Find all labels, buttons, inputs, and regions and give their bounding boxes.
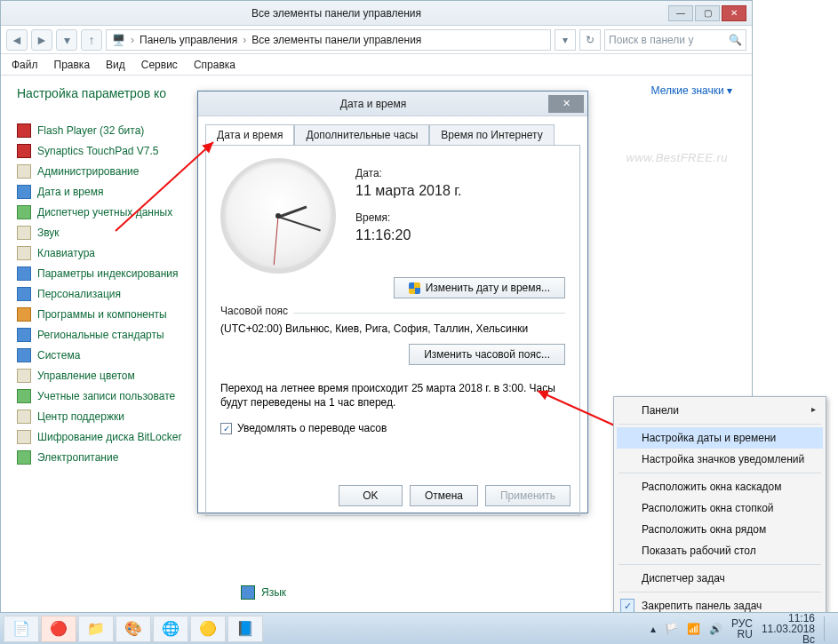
ctx-side[interactable]: Расположить окна рядом xyxy=(617,519,823,540)
ctx-stack[interactable]: Расположить окна стопкой xyxy=(617,497,823,519)
cp-item-users[interactable]: Учетные записи пользовате xyxy=(17,389,204,403)
cp-item-programs[interactable]: Программы и компоненты xyxy=(17,307,204,322)
search-input[interactable]: Поиск в панели у 🔍 xyxy=(604,29,746,51)
cp-item-synaptics[interactable]: Synaptics TouchPad V7.5 xyxy=(17,144,204,158)
minimize-button[interactable]: — xyxy=(668,5,693,21)
taskbar-pinned: 📄 🔴 📁 🎨 🌐 🟡 📘 xyxy=(0,616,263,642)
timezone-value: (UTC+02:00) Вильнюс, Киев, Рига, София, … xyxy=(220,322,565,335)
taskbar-icon-app6[interactable]: 🟡 xyxy=(190,616,226,642)
flag-icon xyxy=(17,409,31,424)
cp-item-language[interactable]: Язык xyxy=(241,585,286,600)
forward-button[interactable]: ► xyxy=(31,29,52,51)
menu-view[interactable]: Вид xyxy=(106,59,125,71)
power-icon xyxy=(17,450,31,465)
taskbar-icon-app5[interactable]: 🌐 xyxy=(153,616,188,642)
tab-extra-clocks[interactable]: Дополнительные часы xyxy=(294,124,429,146)
lock-icon xyxy=(17,430,31,444)
menu-file[interactable]: Файл xyxy=(12,59,38,71)
cp-item-bitlocker[interactable]: Шифрование диска BitLocker xyxy=(17,430,204,444)
flash-icon xyxy=(17,123,31,138)
dst-info: Переход на летнее время происходит 25 ма… xyxy=(220,381,565,409)
dt-close-button[interactable]: ✕ xyxy=(548,95,584,113)
change-datetime-button[interactable]: Изменить дату и время... xyxy=(394,277,565,298)
menu-edit[interactable]: Правка xyxy=(54,59,91,71)
close-button[interactable]: ✕ xyxy=(722,5,746,21)
ctx-datetime[interactable]: Настройка даты и времени xyxy=(617,427,823,449)
cp-item-datetime[interactable]: Дата и время xyxy=(17,185,204,199)
keyboard-icon xyxy=(17,246,31,260)
change-timezone-button[interactable]: Изменить часовой пояс... xyxy=(409,344,565,365)
taskbar-icon-app1[interactable]: 📄 xyxy=(4,616,39,642)
address-bar[interactable]: 🖥️ › Панель управления › Все элементы па… xyxy=(106,29,551,51)
tab-internet-time[interactable]: Время по Интернету xyxy=(429,124,554,146)
cp-item-keyboard[interactable]: Клавиатура xyxy=(17,246,204,260)
language-icon xyxy=(241,585,255,600)
address-bar-row: ◄ ► ▾ ↑ 🖥️ › Панель управления › Все эле… xyxy=(1,26,752,54)
system-icon xyxy=(17,348,31,362)
ctx-separator xyxy=(619,424,821,425)
cp-item-credential[interactable]: Диспетчер учетных данных xyxy=(17,205,204,219)
users-icon xyxy=(17,389,31,403)
back-button[interactable]: ◄ xyxy=(6,29,28,51)
taskbar-icon-paint[interactable]: 🎨 xyxy=(116,616,151,642)
breadcrumb-item[interactable]: Все элементы панели управления xyxy=(251,34,421,46)
dt-titlebar[interactable]: Дата и время ✕ xyxy=(198,91,587,116)
cp-titlebar[interactable]: Все элементы панели управления — ▢ ✕ xyxy=(1,1,752,26)
notify-dst-checkbox[interactable]: ✓ Уведомлять о переводе часов xyxy=(220,422,387,434)
refresh-button[interactable]: ↻ xyxy=(579,29,601,51)
tray-action-center-icon[interactable]: 🏳️ xyxy=(665,623,678,635)
breadcrumb-item[interactable]: Панель управления xyxy=(140,34,237,46)
tray-language[interactable]: РУС RU xyxy=(731,618,753,640)
ctx-panels[interactable]: Панели xyxy=(617,400,823,421)
cp-item-sound[interactable]: Звук xyxy=(17,226,204,240)
taskbar-icon-explorer[interactable]: 📁 xyxy=(78,616,114,642)
cp-item-power[interactable]: Электропитание xyxy=(17,450,204,465)
globe-icon xyxy=(17,328,31,342)
speaker-icon xyxy=(17,226,31,240)
breadcrumb-separator: › xyxy=(131,34,134,46)
menu-help[interactable]: Справка xyxy=(194,59,235,71)
cancel-button[interactable]: Отмена xyxy=(410,485,478,506)
personalization-icon xyxy=(17,287,31,301)
ok-button[interactable]: OK xyxy=(339,485,403,506)
tray-clock[interactable]: 11:16 11.03.2018 Bс xyxy=(762,613,815,645)
cp-items-list: Flash Player (32 бита) Synaptics TouchPa… xyxy=(17,123,204,465)
control-panel-icon: 🖥️ xyxy=(112,34,125,46)
view-mode-selector[interactable]: Мелкие значки xyxy=(651,84,732,97)
search-placeholder: Поиск в панели у xyxy=(609,34,729,46)
cp-item-region[interactable]: Региональные стандарты xyxy=(17,328,204,342)
up-button[interactable]: ↑ xyxy=(81,29,102,51)
cp-item-admin[interactable]: Администрирование xyxy=(17,164,204,179)
address-dropdown[interactable]: ▾ xyxy=(555,29,576,51)
checkbox-icon: ✓ xyxy=(220,423,232,434)
taskbar[interactable]: 📄 🔴 📁 🎨 🌐 🟡 📘 ▴ 🏳️ 📶 🔊 РУС RU 11:16 11.0… xyxy=(0,612,838,644)
cp-item-personal[interactable]: Персонализация xyxy=(17,287,204,301)
datetime-dialog: Дата и время ✕ Дата и время Дополнительн… xyxy=(197,91,588,513)
menu-service[interactable]: Сервис xyxy=(141,59,178,71)
taskbar-icon-app2[interactable]: 🔴 xyxy=(41,616,76,642)
tray-volume-icon[interactable]: 🔊 xyxy=(709,623,722,635)
cp-item-indexing[interactable]: Параметры индексирования xyxy=(17,266,204,281)
ctx-notification-icons[interactable]: Настройка значков уведомлений xyxy=(617,449,823,470)
cp-title: Все элементы панели управления xyxy=(6,7,666,20)
system-tray: ▴ 🏳️ 📶 🔊 РУС RU 11:16 11.03.2018 Bс xyxy=(650,613,838,645)
cp-item-action[interactable]: Центр поддержки xyxy=(17,409,204,424)
clock-icon xyxy=(17,185,31,199)
cp-item-system[interactable]: Система xyxy=(17,348,204,362)
show-desktop-button[interactable] xyxy=(824,616,831,641)
history-button[interactable]: ▾ xyxy=(56,29,77,51)
programs-icon xyxy=(17,307,31,322)
touchpad-icon xyxy=(17,144,31,158)
cp-item-color[interactable]: Управление цветом xyxy=(17,369,204,383)
ctx-task-manager[interactable]: Диспетчер задач xyxy=(617,568,823,589)
tray-chevron-icon[interactable]: ▴ xyxy=(650,623,656,635)
date-label: Дата: xyxy=(355,167,462,179)
tab-datetime[interactable]: Дата и время xyxy=(205,124,294,146)
tray-network-icon[interactable]: 📶 xyxy=(687,623,700,635)
maximize-button[interactable]: ▢ xyxy=(695,5,720,21)
ctx-cascade[interactable]: Расположить окна каскадом xyxy=(617,476,823,497)
taskbar-icon-app7[interactable]: 📘 xyxy=(227,616,263,642)
ctx-show-desktop[interactable]: Показать рабочий стол xyxy=(617,540,823,561)
apply-button[interactable]: Применить xyxy=(485,485,571,506)
cp-item-flash[interactable]: Flash Player (32 бита) xyxy=(17,123,204,138)
